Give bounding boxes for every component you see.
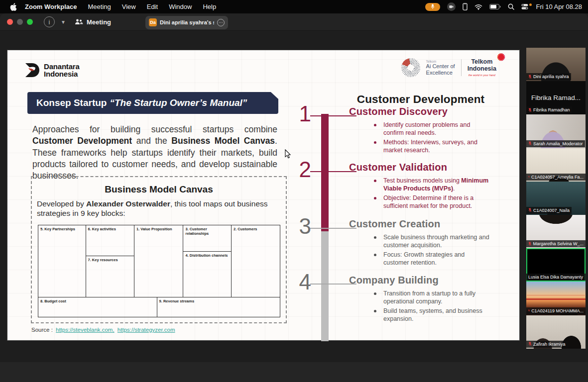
bmc-cell-key-partnerships: 5. Key Partnerships bbox=[38, 225, 86, 297]
apple-icon[interactable] bbox=[10, 3, 18, 11]
shared-slide: Danantara Indonesia Telkom Ai Center of … bbox=[7, 50, 520, 341]
danantara-mark-icon bbox=[24, 62, 40, 78]
telkom-line1: Telkom bbox=[468, 59, 496, 66]
participant-video[interactable]: C1A024007_Naila bbox=[526, 182, 586, 215]
mouse-cursor bbox=[285, 149, 291, 159]
slide-title-plain: Konsep Startup bbox=[36, 97, 107, 108]
close-button[interactable] bbox=[7, 19, 13, 25]
ai-coe-line1: Ai Center of bbox=[426, 63, 455, 70]
bullet-icon bbox=[374, 292, 376, 295]
wifi-icon[interactable] bbox=[474, 4, 482, 10]
bullet-icon bbox=[374, 197, 376, 199]
muted-mic-icon bbox=[528, 242, 531, 246]
bullet-icon bbox=[374, 141, 376, 144]
participants-icon bbox=[75, 19, 83, 25]
telkom-tagline: the world in your hand bbox=[468, 74, 496, 77]
participant-name: C1A024007_Naila bbox=[533, 208, 570, 213]
section-customer-creation: Customer Creation Scale business through… bbox=[349, 218, 489, 268]
bmc-cell-distribution-channels: 4. Distribution channels bbox=[183, 252, 231, 297]
participant-name: C1A024057_Ameylia Fa... bbox=[531, 175, 584, 180]
bullet-icon bbox=[374, 180, 376, 182]
notification-dot bbox=[529, 3, 532, 6]
list-item: Test business models using Minimum Viabl… bbox=[349, 177, 489, 193]
participant-name: Dini aprilia syahra bbox=[533, 74, 569, 79]
participant-video[interactable]: Fibrika Ramad... Fibrika Ramadhan bbox=[526, 81, 586, 114]
muted-mic-icon bbox=[528, 175, 530, 179]
menubar-item-help[interactable]: Help bbox=[203, 3, 216, 10]
bmc-cell-revenue-streams: 9. Revenue streams bbox=[157, 297, 280, 317]
bottom-bar bbox=[0, 362, 588, 382]
minimize-button[interactable] bbox=[17, 19, 23, 25]
menubar-item-meeting[interactable]: Meeting bbox=[88, 3, 111, 10]
tab-options-icon[interactable]: ⋯ bbox=[217, 19, 225, 26]
shared-screen-tab[interactable]: Da Dini aprilia syahra's screen ⋯ bbox=[145, 16, 228, 29]
participant-video[interactable]: C1A024119 MOHAMMA... bbox=[526, 282, 586, 315]
muted-mic-icon bbox=[528, 342, 532, 346]
section-title: Customer Discovery bbox=[349, 106, 489, 117]
section-title: Company Building bbox=[349, 275, 489, 286]
participant-video[interactable]: C1A024057_Ameylia Fa... bbox=[526, 148, 586, 182]
timeline-number-1: 1 bbox=[289, 103, 311, 125]
titlebar-meeting-label: Meeting bbox=[87, 18, 111, 26]
telkom-hand-icon: ✺ bbox=[497, 52, 505, 63]
menubar-app-title[interactable]: Zoom Workplace bbox=[25, 3, 77, 10]
muted-mic-icon bbox=[528, 108, 532, 112]
participant-video[interactable]: Margaretha Selvina W_... bbox=[526, 215, 586, 248]
chevron-down-icon[interactable]: ▼ bbox=[61, 19, 66, 25]
timeline-number-3: 3 bbox=[289, 215, 311, 237]
participants-sidebar: Dini aprilia syahra Fibrika Ramad... Fib… bbox=[526, 48, 586, 349]
bmc-description: Developed by Alexander Osterwalder, this… bbox=[37, 199, 280, 218]
slide-title-banner: Konsep Startup “The Startup Owner’s Manu… bbox=[27, 92, 278, 114]
timeline-bar-maroon bbox=[321, 114, 329, 231]
participant-name: Zafirah Ikramiya bbox=[533, 342, 566, 347]
camera-indicator-icon[interactable] bbox=[447, 2, 456, 11]
source-line: Source : https://steveblank.com, https:/… bbox=[31, 327, 175, 333]
participant-video-active-speaker[interactable]: Lusia Elsa Dika Damayanty bbox=[526, 248, 586, 282]
source-link-steveblank[interactable]: https://steveblank.com, bbox=[56, 327, 115, 333]
menubar-item-view[interactable]: View bbox=[122, 3, 136, 10]
logo-divider bbox=[461, 59, 462, 76]
list-item: Methods: Interviews, surveys, and market… bbox=[349, 138, 489, 155]
menubar-clock[interactable]: Fri 10 Apr 08.28 bbox=[536, 3, 583, 10]
bullet-icon bbox=[374, 310, 376, 312]
intro-paragraph: Approaches for building successful start… bbox=[32, 124, 277, 182]
bmc-cell-value-proposition: 1. Value Proposition bbox=[134, 225, 183, 297]
macos-menubar: Zoom Workplace Meeting View Edit Window … bbox=[0, 0, 588, 13]
list-item: Transition from a startup to a fully ope… bbox=[349, 289, 489, 306]
bmc-box: Business Model Canvas Developed by Alexa… bbox=[31, 176, 287, 323]
bullet-icon bbox=[374, 124, 376, 126]
screen-share-icon: Da bbox=[149, 18, 157, 26]
ai-coe-logo-icon bbox=[401, 58, 420, 77]
bullet-icon bbox=[374, 236, 376, 239]
section-customer-discovery: Customer Discovery Identify customer pro… bbox=[349, 106, 489, 155]
participant-video[interactable]: Dini aprilia syahra bbox=[526, 48, 586, 81]
battery-icon[interactable] bbox=[489, 4, 501, 9]
list-item: Objective: Determine if there is a suffi… bbox=[349, 194, 489, 210]
source-label: Source : bbox=[31, 327, 53, 333]
timeline-number-2: 2 bbox=[289, 159, 311, 181]
info-icon[interactable]: i bbox=[44, 16, 55, 27]
fullscreen-button[interactable] bbox=[27, 19, 33, 25]
control-center-icon[interactable] bbox=[521, 3, 528, 10]
menubar-item-edit[interactable]: Edit bbox=[147, 3, 158, 10]
mic-active-icon[interactable] bbox=[425, 3, 440, 11]
customer-development-heading: Customer Development bbox=[351, 93, 490, 106]
device-icon[interactable] bbox=[463, 3, 468, 10]
telkom-line2: Indonesia bbox=[468, 66, 496, 73]
source-link-strategyzer[interactable]: https://strategyzer.com bbox=[118, 327, 175, 333]
menubar-item-window[interactable]: Window bbox=[169, 3, 192, 10]
bmc-cell-budget-cost: 8. Budget cost bbox=[38, 297, 157, 317]
participant-name: Margaretha Selvina W_... bbox=[533, 241, 584, 246]
section-company-building: Company Building Transition from a start… bbox=[349, 275, 489, 324]
muted-mic-icon bbox=[528, 75, 532, 79]
search-icon[interactable] bbox=[508, 3, 514, 10]
participant-name: Sarah Amalia_Moderator bbox=[533, 141, 583, 146]
participant-video[interactable]: Sarah Amalia_Moderator bbox=[526, 114, 586, 148]
muted-mic-icon bbox=[528, 141, 532, 146]
participant-video[interactable]: Zafirah Ikramiya bbox=[526, 315, 586, 349]
danantara-logo-line2: Indonesia bbox=[44, 70, 80, 78]
participant-name: C1A024119 MOHAMMA... bbox=[531, 308, 584, 313]
bullet-icon bbox=[374, 254, 376, 256]
list-item: Scale business through marketing and cus… bbox=[349, 233, 489, 250]
telkom-small-label: Telkom bbox=[426, 60, 455, 63]
